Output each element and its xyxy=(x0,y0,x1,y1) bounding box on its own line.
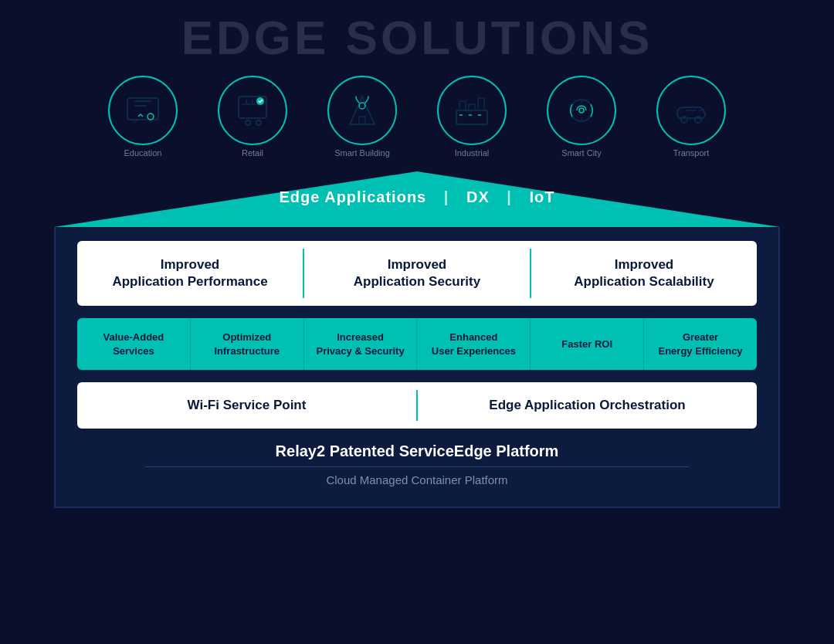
smart-city-label: Smart City xyxy=(561,148,601,158)
icon-item-retail: Retail xyxy=(218,76,287,158)
education-label: Education xyxy=(124,148,162,158)
enhanced-ux-text: EnhancedUser Experiences xyxy=(432,330,516,358)
platform-divider xyxy=(145,466,689,467)
pipe-sep-2: | xyxy=(507,188,512,205)
row-three-boxes: ImprovedApplication Performance Improved… xyxy=(77,241,757,306)
edge-orchestration-text: Edge Application Orchestration xyxy=(489,398,685,413)
icon-item-smart-city: Smart City xyxy=(547,76,616,158)
svg-rect-8 xyxy=(456,110,487,124)
transport-icon xyxy=(671,90,711,130)
industrial-icon-circle xyxy=(437,76,507,145)
increased-privacy-box: IncreasedPrivacy & Security xyxy=(304,318,418,370)
energy-efficiency-box: GreaterEnergy Efficiency xyxy=(644,318,757,370)
svg-rect-9 xyxy=(459,101,466,110)
improved-security-text: ImprovedApplication Security xyxy=(354,256,480,290)
platform-title: Relay2 Patented ServiceEdge Platform xyxy=(77,442,757,460)
svg-point-4 xyxy=(256,120,261,125)
edge-orchestration-box: Edge Application Orchestration xyxy=(418,382,757,429)
svg-point-6 xyxy=(359,103,365,109)
icons-row: Education Retail xyxy=(108,76,726,158)
pyramid-top-container: Edge Applications | DX | IoT xyxy=(54,171,780,227)
pyramid-top-label: Edge Applications | DX | IoT xyxy=(54,188,780,206)
faster-roi-text: Faster ROI xyxy=(561,337,612,351)
smart-building-icon-circle xyxy=(327,76,397,145)
optimized-infra-box: OptimizedInfrastructure xyxy=(191,318,304,370)
svg-rect-7 xyxy=(359,117,365,124)
wifi-service-text: Wi-Fi Service Point xyxy=(188,398,307,413)
retail-icon-circle xyxy=(218,76,287,145)
smart-building-icon xyxy=(342,90,382,130)
svg-point-13 xyxy=(579,108,584,113)
icon-item-transport: Transport xyxy=(656,76,726,158)
industrial-icon xyxy=(452,90,492,130)
improved-performance-text: ImprovedApplication Performance xyxy=(112,256,267,290)
platform-section: Relay2 Patented ServiceEdge Platform Clo… xyxy=(77,442,757,490)
faster-roi-box: Faster ROI xyxy=(531,318,644,370)
retail-icon xyxy=(232,90,273,130)
icon-item-industrial: Industrial xyxy=(437,76,507,158)
education-icon-circle xyxy=(108,76,178,145)
pyramid-body: ImprovedApplication Performance Improved… xyxy=(54,227,780,508)
education-icon xyxy=(123,90,163,130)
svg-rect-10 xyxy=(469,104,475,110)
retail-label: Retail xyxy=(242,148,263,158)
svg-point-3 xyxy=(246,120,250,125)
optimized-infra-text: OptimizedInfrastructure xyxy=(214,330,280,358)
improved-security-box: ImprovedApplication Security xyxy=(304,241,530,306)
icon-item-education: Education xyxy=(108,76,178,158)
value-added-text: Value-AddedServices xyxy=(103,330,164,358)
transport-icon-circle xyxy=(656,76,726,145)
pipe-sep-1: | xyxy=(444,188,449,205)
icon-item-smart-building: Smart Building xyxy=(327,76,397,158)
platform-subtitle: Cloud Managed Container Platform xyxy=(77,473,757,486)
smart-city-icon-circle xyxy=(547,76,616,145)
edge-applications-label: Edge Applications xyxy=(280,188,427,205)
svg-point-1 xyxy=(147,114,154,120)
energy-efficiency-text: GreaterEnergy Efficiency xyxy=(659,330,743,358)
increased-privacy-text: IncreasedPrivacy & Security xyxy=(316,330,404,358)
enhanced-ux-box: EnhancedUser Experiences xyxy=(417,318,531,370)
svg-rect-11 xyxy=(478,98,484,110)
improved-scalability-box: ImprovedApplication Scalability xyxy=(531,241,757,306)
improved-scalability-text: ImprovedApplication Scalability xyxy=(574,256,714,290)
dx-label: DX xyxy=(466,188,490,205)
smart-building-label: Smart Building xyxy=(334,148,390,158)
improved-performance-box: ImprovedApplication Performance xyxy=(77,241,303,306)
pyramid-wrapper: Edge Applications | DX | IoT ImprovedApp… xyxy=(54,171,780,508)
row-two-boxes: Wi-Fi Service Point Edge Application Orc… xyxy=(77,382,757,429)
smart-city-icon xyxy=(561,90,602,130)
value-added-box: Value-AddedServices xyxy=(77,318,191,370)
transport-label: Transport xyxy=(673,148,710,158)
top-section: EDGE SOLUTIONS Education xyxy=(0,0,834,162)
big-title: EDGE SOLUTIONS xyxy=(0,14,834,62)
row-six-boxes: Value-AddedServices OptimizedInfrastruct… xyxy=(77,318,757,370)
iot-label: IoT xyxy=(530,188,555,205)
wifi-service-box: Wi-Fi Service Point xyxy=(77,382,416,429)
industrial-label: Industrial xyxy=(455,148,490,158)
